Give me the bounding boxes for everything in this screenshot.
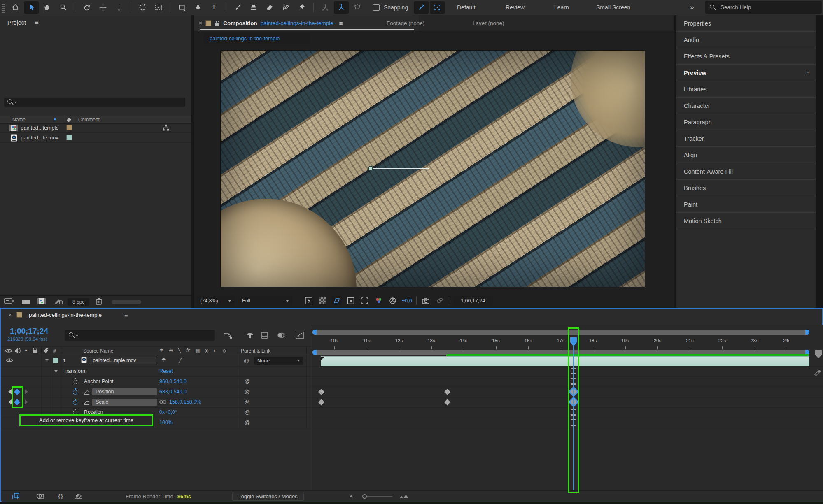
timeline-tab-menu-icon[interactable]: ≡ xyxy=(124,311,128,318)
sidebar-item-libraries[interactable]: Libraries xyxy=(676,81,816,98)
eraser-tool-icon[interactable] xyxy=(262,1,277,14)
position-value[interactable]: 683,0,540,0 xyxy=(159,389,187,395)
motion-blur-switch-icon[interactable]: ◎ xyxy=(204,348,208,353)
workspace-tab-learn[interactable]: Learn xyxy=(554,0,569,15)
audio-speaker-icon[interactable] xyxy=(14,348,21,354)
position-label[interactable]: Position xyxy=(92,388,157,395)
motion-blur-icon[interactable] xyxy=(276,330,287,340)
type-tool-icon[interactable]: T xyxy=(207,1,221,14)
label-color-swatch[interactable] xyxy=(66,125,72,130)
label-column-tag-icon[interactable] xyxy=(66,117,72,123)
brush-tool-icon[interactable] xyxy=(230,1,245,14)
layer-color-swatch[interactable] xyxy=(53,358,58,363)
dolly-camera-tool-icon[interactable] xyxy=(112,1,126,14)
eye-icon[interactable] xyxy=(5,348,12,353)
shy-switch-icon[interactable]: ☂ xyxy=(159,348,164,353)
label-color-swatch[interactable] xyxy=(66,135,72,140)
sidebar-item-effects-presets[interactable]: Effects & Presets xyxy=(676,48,816,65)
sidebar-item-preview[interactable]: Preview≡ xyxy=(676,65,816,81)
pan-camera-tool-icon[interactable] xyxy=(96,1,110,14)
layer-source-name[interactable]: painted...mple.mov xyxy=(90,357,156,364)
layer-quality-slash-icon[interactable]: ╱ xyxy=(179,357,182,363)
pen-tool-icon[interactable] xyxy=(191,1,205,14)
tab-layer[interactable]: Layer (none) xyxy=(473,15,504,31)
transform-group-label[interactable]: Transform xyxy=(63,368,87,374)
timeline-zoom-track[interactable] xyxy=(367,496,392,497)
zoom-out-mountain-icon[interactable] xyxy=(349,495,353,497)
composition-mini-flowchart-icon[interactable] xyxy=(223,330,234,340)
pick-whip-icon[interactable]: @ xyxy=(245,378,250,384)
transform-reset-link[interactable]: Reset xyxy=(159,368,173,374)
hand-tool-icon[interactable] xyxy=(40,1,55,14)
resolution-dropdown[interactable]: Full xyxy=(239,296,292,306)
zoom-in-mountains-icon[interactable] xyxy=(400,495,408,498)
previous-keyframe-icon[interactable] xyxy=(6,399,12,404)
project-settings-icon[interactable] xyxy=(54,297,64,307)
sidebar-item-properties[interactable]: Properties xyxy=(676,15,816,32)
paint-stroke-icon[interactable]: ╲ xyxy=(178,348,181,353)
tab-menu-icon[interactable]: ≡ xyxy=(339,20,343,27)
sort-ascending-icon[interactable]: ▲ xyxy=(53,116,57,121)
orbit-camera-tool-icon[interactable] xyxy=(79,1,94,14)
sidebar-item-paragraph[interactable]: Paragraph xyxy=(676,114,816,130)
parent-pick-whip-icon[interactable]: @ xyxy=(244,358,249,364)
rotation-value[interactable]: 0x+0,0° xyxy=(159,409,177,415)
exposure-value[interactable]: +0,0 xyxy=(402,298,412,304)
tab-footage[interactable]: Footage (none) xyxy=(387,15,424,31)
pick-whip-icon[interactable]: @ xyxy=(245,399,250,405)
column-comment[interactable]: Comment xyxy=(78,117,100,123)
rotation-tool-icon[interactable] xyxy=(135,1,150,14)
graph-editor-icon[interactable] xyxy=(295,330,305,340)
column-name[interactable]: Name xyxy=(12,117,26,123)
comp-mini-flowchart-button-icon[interactable] xyxy=(814,369,822,376)
timeline-zoom-knob[interactable] xyxy=(362,494,367,499)
column-parent-link[interactable]: Parent & Link xyxy=(241,348,270,354)
sidebar-item-brushes[interactable]: Brushes xyxy=(676,180,816,196)
show-snapshot-icon[interactable] xyxy=(435,296,445,305)
anchor-point-label[interactable]: Anchor Point xyxy=(84,379,114,384)
magnification-dropdown[interactable]: (74,8%) xyxy=(197,296,235,306)
pick-whip-icon[interactable]: @ xyxy=(245,388,250,395)
three-d-layer-icon[interactable]: ◇ xyxy=(222,348,226,353)
anchor-point-row[interactable] xyxy=(1,376,823,387)
world-axis-mode-icon[interactable] xyxy=(334,1,349,14)
project-panel-menu-icon[interactable]: ≡ xyxy=(35,19,38,26)
composition-breadcrumb[interactable]: painted-ceilings-in-the-temple xyxy=(204,33,310,44)
view-axis-mode-icon[interactable] xyxy=(350,1,365,14)
exposure-shutter-icon[interactable] xyxy=(388,296,398,305)
column-source-name[interactable]: Source Name xyxy=(83,348,113,354)
zoom-tool-icon[interactable] xyxy=(56,1,71,14)
layer-quality-icon[interactable]: ☂ xyxy=(161,357,166,363)
layer-visibility-eye-icon[interactable] xyxy=(6,358,13,363)
scale-value[interactable]: 158,0,158,0% xyxy=(169,399,201,405)
workspace-overflow-chevrons[interactable]: » xyxy=(690,0,694,15)
home-icon[interactable] xyxy=(8,1,23,14)
mask-mode-icon[interactable] xyxy=(36,492,45,500)
timeline-search-input[interactable] xyxy=(65,330,215,341)
layer-expand-chevron-icon[interactable] xyxy=(45,359,49,363)
snapping-checkbox[interactable] xyxy=(373,4,380,11)
search-help-box[interactable]: Search Help xyxy=(705,1,822,14)
workspace-tab-small-screen[interactable]: Small Screen xyxy=(596,0,630,15)
previous-keyframe-icon[interactable] xyxy=(6,389,12,394)
fast-previews-icon[interactable] xyxy=(304,296,314,305)
puppet-pin-tool-icon[interactable] xyxy=(294,1,309,14)
sidebar-item-content-aware-fill[interactable]: Content-Aware Fill xyxy=(676,163,816,180)
timeline-tab-title[interactable]: painted-ceilings-in-the-temple xyxy=(29,312,102,318)
region-of-interest-icon[interactable] xyxy=(346,296,356,305)
next-keyframe-icon[interactable] xyxy=(25,399,30,404)
expand-layers-icon[interactable] xyxy=(12,492,21,500)
unlocked-icon[interactable] xyxy=(214,20,220,26)
project-search-input[interactable] xyxy=(4,98,185,107)
transparency-grid-icon[interactable] xyxy=(318,296,328,305)
new-composition-icon[interactable] xyxy=(37,298,46,307)
next-keyframe-icon[interactable] xyxy=(25,389,30,394)
pick-whip-icon[interactable]: @ xyxy=(245,409,250,415)
collapse-transformations-icon[interactable]: ✳ xyxy=(169,348,173,353)
scale-label[interactable]: Scale xyxy=(92,399,157,406)
adjustment-layer-icon[interactable]: ◐ xyxy=(213,348,216,353)
graph-toggle-icon[interactable] xyxy=(83,390,90,395)
sidebar-item-tracker[interactable]: Tracker xyxy=(676,130,816,147)
crop-region-icon[interactable] xyxy=(360,296,370,305)
performance-snail-icon[interactable] xyxy=(75,492,84,500)
